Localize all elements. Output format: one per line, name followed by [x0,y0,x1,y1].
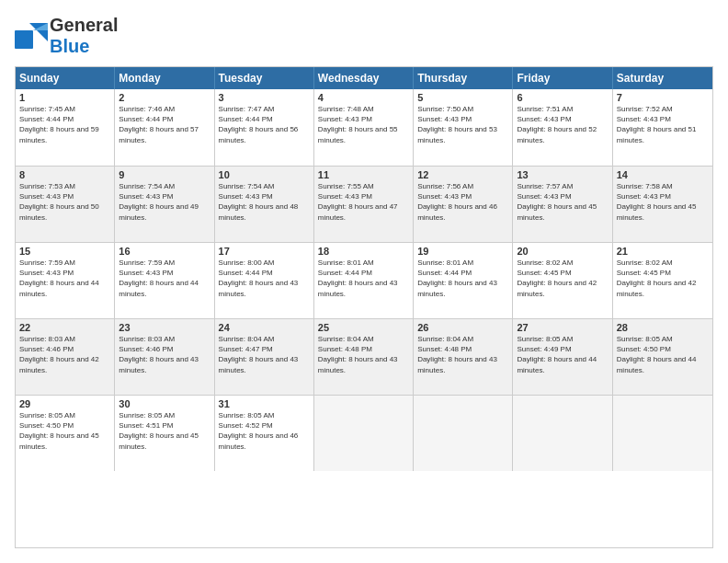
day-info: Sunrise: 7:58 AMSunset: 4:43 PMDaylight:… [617,181,709,223]
day-number: 9 [119,169,210,180]
day-info: Sunrise: 7:59 AMSunset: 4:43 PMDaylight:… [19,258,110,299]
day-info: Sunrise: 8:03 AMSunset: 4:46 PMDaylight:… [19,334,110,375]
day-info: Sunrise: 7:54 AMSunset: 4:43 PMDaylight:… [219,181,310,223]
day-number: 5 [417,92,508,103]
day-number: 16 [119,246,210,257]
day-number: 17 [219,246,310,257]
calendar-cell [513,396,612,471]
calendar-week-5: 29Sunrise: 8:05 AMSunset: 4:50 PMDayligh… [16,395,712,471]
calendar-cell: 20Sunrise: 8:02 AMSunset: 4:45 PMDayligh… [513,243,612,318]
calendar-cell: 22Sunrise: 8:03 AMSunset: 4:46 PMDayligh… [16,319,115,395]
calendar-cell: 15Sunrise: 7:59 AMSunset: 4:43 PMDayligh… [16,243,115,318]
calendar-cell: 11Sunrise: 7:55 AMSunset: 4:43 PMDayligh… [314,167,414,242]
day-number: 31 [219,398,310,409]
calendar-cell: 10Sunrise: 7:54 AMSunset: 4:43 PMDayligh… [215,167,314,242]
day-number: 11 [318,169,409,180]
day-number: 28 [617,322,709,333]
day-number: 14 [617,169,709,180]
day-number: 1 [19,92,110,103]
day-number: 18 [318,246,409,257]
day-info: Sunrise: 8:01 AMSunset: 4:44 PMDaylight:… [318,258,409,299]
weekday-header-saturday: Saturday [613,67,712,89]
day-info: Sunrise: 8:01 AMSunset: 4:44 PMDaylight:… [417,258,508,299]
calendar-cell: 21Sunrise: 8:02 AMSunset: 4:45 PMDayligh… [613,243,712,318]
day-number: 19 [417,246,508,257]
day-number: 30 [119,398,210,409]
day-info: Sunrise: 7:50 AMSunset: 4:43 PMDaylight:… [417,104,508,145]
day-info: Sunrise: 7:59 AMSunset: 4:43 PMDaylight:… [119,258,210,299]
calendar-cell: 23Sunrise: 8:03 AMSunset: 4:46 PMDayligh… [115,319,214,395]
day-number: 15 [19,246,110,257]
day-info: Sunrise: 7:48 AMSunset: 4:43 PMDaylight:… [318,104,409,145]
calendar-week-3: 15Sunrise: 7:59 AMSunset: 4:43 PMDayligh… [16,242,712,318]
calendar-cell [314,396,414,471]
day-info: Sunrise: 7:56 AMSunset: 4:43 PMDaylight:… [417,181,508,223]
weekday-header-tuesday: Tuesday [215,67,314,89]
day-info: Sunrise: 8:05 AMSunset: 4:50 PMDaylight:… [617,334,709,375]
day-info: Sunrise: 8:02 AMSunset: 4:45 PMDaylight:… [517,258,608,299]
day-number: 4 [318,92,409,103]
day-info: Sunrise: 7:55 AMSunset: 4:43 PMDaylight:… [318,181,409,223]
weekday-header-wednesday: Wednesday [314,67,414,89]
calendar-week-2: 8Sunrise: 7:53 AMSunset: 4:43 PMDaylight… [16,166,712,242]
page: GeneralBlue SundayMondayTuesdayWednesday… [0,0,728,563]
day-info: Sunrise: 7:54 AMSunset: 4:43 PMDaylight:… [119,181,210,223]
day-info: Sunrise: 8:02 AMSunset: 4:45 PMDaylight:… [617,258,709,299]
day-number: 20 [517,246,608,257]
weekday-header-friday: Friday [513,67,612,89]
day-info: Sunrise: 8:03 AMSunset: 4:46 PMDaylight:… [119,334,210,375]
day-number: 7 [617,92,709,103]
calendar-cell: 4Sunrise: 7:48 AMSunset: 4:43 PMDaylight… [314,89,414,166]
day-info: Sunrise: 8:04 AMSunset: 4:48 PMDaylight:… [417,334,508,375]
calendar: SundayMondayTuesdayWednesdayThursdayFrid… [15,66,713,548]
day-number: 23 [119,322,210,333]
calendar-cell: 16Sunrise: 7:59 AMSunset: 4:43 PMDayligh… [115,243,214,318]
svg-rect-0 [15,30,33,49]
calendar-cell: 9Sunrise: 7:54 AMSunset: 4:43 PMDaylight… [115,167,214,242]
calendar-cell: 5Sunrise: 7:50 AMSunset: 4:43 PMDaylight… [414,89,513,166]
logo-icon [15,23,48,49]
calendar-cell: 18Sunrise: 8:01 AMSunset: 4:44 PMDayligh… [314,243,414,318]
day-number: 27 [517,322,608,333]
calendar-cell: 17Sunrise: 8:00 AMSunset: 4:44 PMDayligh… [215,243,314,318]
weekday-header-monday: Monday [115,67,214,89]
day-info: Sunrise: 8:05 AMSunset: 4:52 PMDaylight:… [219,410,310,452]
calendar-cell [414,396,513,471]
day-number: 22 [19,322,110,333]
day-info: Sunrise: 7:46 AMSunset: 4:44 PMDaylight:… [119,104,210,145]
header: GeneralBlue [15,15,713,57]
day-number: 25 [318,322,409,333]
day-info: Sunrise: 7:57 AMSunset: 4:43 PMDaylight:… [517,181,608,223]
calendar-cell: 7Sunrise: 7:52 AMSunset: 4:43 PMDaylight… [613,89,712,166]
day-info: Sunrise: 8:05 AMSunset: 4:49 PMDaylight:… [517,334,608,375]
calendar-cell: 13Sunrise: 7:57 AMSunset: 4:43 PMDayligh… [513,167,612,242]
day-number: 6 [517,92,608,103]
calendar-cell: 25Sunrise: 8:04 AMSunset: 4:48 PMDayligh… [314,319,414,395]
day-number: 8 [19,169,110,180]
calendar-cell: 30Sunrise: 8:05 AMSunset: 4:51 PMDayligh… [115,396,214,471]
calendar-cell: 24Sunrise: 8:04 AMSunset: 4:47 PMDayligh… [215,319,314,395]
day-number: 21 [617,246,709,257]
day-info: Sunrise: 7:53 AMSunset: 4:43 PMDaylight:… [19,181,110,223]
day-number: 12 [417,169,508,180]
calendar-cell: 27Sunrise: 8:05 AMSunset: 4:49 PMDayligh… [513,319,612,395]
calendar-cell: 31Sunrise: 8:05 AMSunset: 4:52 PMDayligh… [215,396,314,471]
day-info: Sunrise: 8:00 AMSunset: 4:44 PMDaylight:… [219,258,310,299]
day-number: 26 [417,322,508,333]
calendar-header: SundayMondayTuesdayWednesdayThursdayFrid… [16,67,712,89]
day-number: 3 [219,92,310,103]
calendar-cell: 1Sunrise: 7:45 AMSunset: 4:44 PMDaylight… [16,89,115,166]
day-number: 24 [219,322,310,333]
calendar-cell: 2Sunrise: 7:46 AMSunset: 4:44 PMDaylight… [115,89,214,166]
calendar-week-4: 22Sunrise: 8:03 AMSunset: 4:46 PMDayligh… [16,318,712,395]
weekday-header-sunday: Sunday [16,67,115,89]
day-info: Sunrise: 7:47 AMSunset: 4:44 PMDaylight:… [219,104,310,145]
calendar-cell: 29Sunrise: 8:05 AMSunset: 4:50 PMDayligh… [16,396,115,471]
day-info: Sunrise: 8:04 AMSunset: 4:48 PMDaylight:… [318,334,409,375]
calendar-cell: 3Sunrise: 7:47 AMSunset: 4:44 PMDaylight… [215,89,314,166]
calendar-cell: 28Sunrise: 8:05 AMSunset: 4:50 PMDayligh… [613,319,712,395]
day-number: 29 [19,398,110,409]
day-info: Sunrise: 8:04 AMSunset: 4:47 PMDaylight:… [219,334,310,375]
calendar-cell: 19Sunrise: 8:01 AMSunset: 4:44 PMDayligh… [414,243,513,318]
calendar-cell: 12Sunrise: 7:56 AMSunset: 4:43 PMDayligh… [414,167,513,242]
